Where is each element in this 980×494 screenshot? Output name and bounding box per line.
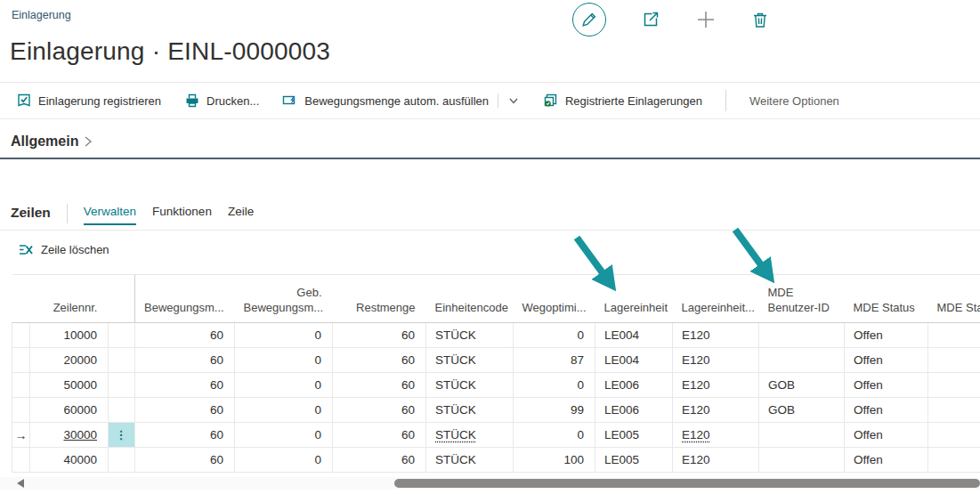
col-header-bewegungsmenge[interactable]: Bewegungsm... <box>135 275 235 323</box>
fasttab-allgemein[interactable]: Allgemein <box>11 134 93 150</box>
cell-lagereinheit[interactable]: LE004 <box>595 323 673 348</box>
autofill-qty-action[interactable]: Bewegungsmenge autom. ausfüllen <box>282 93 489 109</box>
cell-lagereinheit[interactable]: LE005 <box>595 423 673 448</box>
cell-restmenge[interactable]: 60 <box>333 448 426 473</box>
cell-bewegungsmenge[interactable]: 60 <box>135 348 235 373</box>
cell-lagereinheit_2[interactable]: E120 <box>673 348 759 373</box>
cell-mde_sta[interactable] <box>928 348 980 373</box>
cell-geb_bewegungsmenge[interactable]: 0 <box>235 448 333 473</box>
row-selector-cell[interactable] <box>12 373 30 398</box>
cell-zeilennr[interactable]: 20000 <box>30 348 109 373</box>
cell-lagereinheit_2[interactable]: E120 <box>673 323 759 348</box>
autofill-dropdown-button[interactable] <box>498 93 520 108</box>
cell-lagereinheit_2[interactable]: E120 <box>673 398 759 423</box>
cell-einheitencode[interactable]: STÜCK <box>426 373 514 398</box>
cell-geb_bewegungsmenge[interactable]: 0 <box>235 323 333 348</box>
table-row[interactable]: 1000060060STÜCK0LE004E120Offen <box>12 323 980 348</box>
delete-line-action[interactable]: Zeile löschen <box>18 242 109 257</box>
cell-restmenge[interactable]: 60 <box>333 323 426 348</box>
header-row-menu-cell[interactable] <box>109 275 135 323</box>
cell-bewegungsmenge[interactable]: 60 <box>135 448 235 473</box>
row-selector-cell[interactable] <box>12 448 30 473</box>
cell-mde_benutzer_id[interactable]: GOB <box>759 373 845 398</box>
cell-wegoptimierung[interactable]: 87 <box>514 348 595 373</box>
cell-wegoptimierung[interactable]: 0 <box>514 373 595 398</box>
cell-einheitencode[interactable]: STÜCK <box>426 398 514 423</box>
row-ellipsis-menu[interactable]: ⋮ <box>109 423 135 448</box>
table-row[interactable]: 6000060060STÜCK99LE006E120GOBOffen <box>12 398 980 423</box>
cell-mde_status[interactable]: Offen <box>845 448 928 473</box>
tab-verwalten[interactable]: Verwalten <box>84 205 136 225</box>
scroll-left-arrow-icon[interactable] <box>17 479 24 488</box>
table-row[interactable]: →30000⋮60060STÜCK0LE005E120Offen <box>12 423 980 448</box>
cell-restmenge[interactable]: 60 <box>333 373 426 398</box>
cell-zeilennr[interactable]: 30000 <box>30 423 109 448</box>
cell-lagereinheit[interactable]: LE005 <box>595 448 673 473</box>
cell-zeilennr[interactable]: 40000 <box>30 448 109 473</box>
cell-mde_status[interactable]: Offen <box>845 348 928 373</box>
header-selector-cell[interactable] <box>12 275 30 323</box>
cell-mde_sta[interactable] <box>928 373 980 398</box>
cell-mde_sta[interactable] <box>928 423 980 448</box>
col-header-wegoptimierung[interactable]: Wegoptimi... <box>514 275 595 323</box>
table-row[interactable]: 2000060060STÜCK87LE004E120Offen <box>12 348 980 373</box>
cell-geb_bewegungsmenge[interactable]: 0 <box>235 423 333 448</box>
cell-mde_benutzer_id[interactable] <box>759 323 845 348</box>
cell-bewegungsmenge[interactable]: 60 <box>135 423 235 448</box>
share-button[interactable] <box>640 9 661 30</box>
cell-einheitencode[interactable]: STÜCK <box>426 348 514 373</box>
cell-restmenge[interactable]: 60 <box>333 423 426 448</box>
cell-bewegungsmenge[interactable]: 60 <box>135 323 235 348</box>
cell-mde_benutzer_id[interactable]: GOB <box>759 398 845 423</box>
register-putaway-action[interactable]: Einlagerung registrieren <box>16 93 161 109</box>
row-selector-cell[interactable] <box>12 323 30 348</box>
horizontal-scrollbar[interactable] <box>0 477 980 490</box>
cell-lagereinheit[interactable]: LE006 <box>595 373 673 398</box>
cell-mde_status[interactable]: Offen <box>845 423 928 448</box>
cell-einheitencode[interactable]: STÜCK <box>426 448 514 473</box>
cell-zeilennr[interactable]: 60000 <box>30 398 109 423</box>
cell-geb_bewegungsmenge[interactable]: 0 <box>235 373 333 398</box>
cell-mde_status[interactable]: Offen <box>845 323 928 348</box>
scrollbar-thumb[interactable] <box>394 479 980 488</box>
col-header-mde_sta[interactable]: MDE Sta <box>928 275 980 323</box>
cell-bewegungsmenge[interactable]: 60 <box>135 398 235 423</box>
cell-restmenge[interactable]: 60 <box>333 398 426 423</box>
cell-geb_bewegungsmenge[interactable]: 0 <box>235 398 333 423</box>
col-header-mde_benutzer_id[interactable]: MDE Benutzer-ID <box>759 275 845 323</box>
table-row[interactable]: 5000060060STÜCK0LE006E120GOBOffen <box>12 373 980 398</box>
cell-mde_benutzer_id[interactable] <box>759 448 845 473</box>
cell-lagereinheit_2[interactable]: E120 <box>673 373 759 398</box>
cell-einheitencode[interactable]: STÜCK <box>426 423 514 448</box>
cell-mde_benutzer_id[interactable] <box>759 348 845 373</box>
print-action[interactable]: Drucken... <box>184 93 259 109</box>
cell-wegoptimierung[interactable]: 0 <box>514 323 595 348</box>
cell-lagereinheit_2[interactable]: E120 <box>673 448 759 473</box>
tab-funktionen[interactable]: Funktionen <box>152 205 212 225</box>
cell-zeilennr[interactable]: 50000 <box>30 373 109 398</box>
row-selector-cell[interactable] <box>12 398 30 423</box>
cell-wegoptimierung[interactable]: 100 <box>514 448 595 473</box>
cell-lagereinheit[interactable]: LE004 <box>595 348 673 373</box>
cell-wegoptimierung[interactable]: 99 <box>514 398 595 423</box>
delete-button[interactable] <box>750 10 770 29</box>
cell-bewegungsmenge[interactable]: 60 <box>135 373 235 398</box>
cell-lagereinheit_2[interactable]: E120 <box>673 423 759 448</box>
cell-mde_status[interactable]: Offen <box>845 373 928 398</box>
cell-mde_status[interactable]: Offen <box>845 398 928 423</box>
cell-zeilennr[interactable]: 10000 <box>30 323 109 348</box>
cell-einheitencode[interactable]: STÜCK <box>426 323 514 348</box>
col-header-lagereinheit[interactable]: Lagereinheit <box>595 275 673 323</box>
cell-geb_bewegungsmenge[interactable]: 0 <box>235 348 333 373</box>
col-header-geb_bewegungsmenge[interactable]: Geb. Bewegungsm... <box>235 275 333 323</box>
table-row[interactable]: 4000060060STÜCK100LE005E120Offen <box>12 448 980 473</box>
add-button[interactable] <box>695 9 717 30</box>
col-header-mde_status[interactable]: MDE Status <box>845 275 928 323</box>
cell-mde_benutzer_id[interactable] <box>759 423 845 448</box>
row-selector-cell[interactable] <box>12 348 30 373</box>
cell-restmenge[interactable]: 60 <box>333 348 426 373</box>
col-header-restmenge[interactable]: Restmenge <box>333 275 426 323</box>
edit-button[interactable] <box>572 3 606 36</box>
col-header-einheitencode[interactable]: Einheitencode <box>426 275 514 323</box>
selected-row-marker[interactable]: → <box>12 423 30 448</box>
